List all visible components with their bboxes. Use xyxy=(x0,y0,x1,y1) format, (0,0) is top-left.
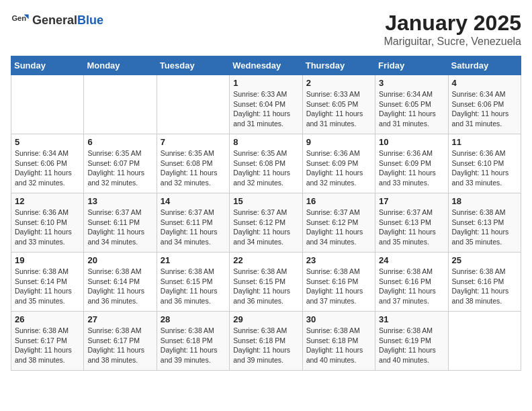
day-info: Sunrise: 6:36 AMSunset: 6:10 PMDaylight:… xyxy=(15,208,80,247)
day-number: 4 xyxy=(452,78,517,88)
day-info: Sunrise: 6:34 AMSunset: 6:05 PMDaylight:… xyxy=(379,89,444,129)
day-info: Sunrise: 6:38 AMSunset: 6:16 PMDaylight:… xyxy=(306,267,371,306)
day-info: Sunrise: 6:37 AMSunset: 6:12 PMDaylight:… xyxy=(233,208,298,247)
calendar-cell: 29Sunrise: 6:38 AMSunset: 6:18 PMDayligh… xyxy=(230,312,302,371)
calendar-cell xyxy=(11,75,84,134)
calendar-cell: 25Sunrise: 6:38 AMSunset: 6:16 PMDayligh… xyxy=(448,253,521,312)
day-info: Sunrise: 6:34 AMSunset: 6:06 PMDaylight:… xyxy=(452,89,517,129)
day-info: Sunrise: 6:37 AMSunset: 6:13 PMDaylight:… xyxy=(379,208,444,247)
calendar-cell: 7Sunrise: 6:35 AMSunset: 6:08 PMDaylight… xyxy=(157,134,229,193)
page-title: January 2025 xyxy=(384,11,521,36)
day-info: Sunrise: 6:38 AMSunset: 6:13 PMDaylight:… xyxy=(452,208,517,247)
calendar-cell: 30Sunrise: 6:38 AMSunset: 6:18 PMDayligh… xyxy=(302,312,375,371)
calendar-week-row: 19Sunrise: 6:38 AMSunset: 6:14 PMDayligh… xyxy=(11,253,521,312)
day-number: 12 xyxy=(15,196,80,206)
calendar-cell: 1Sunrise: 6:33 AMSunset: 6:04 PMDaylight… xyxy=(230,75,302,134)
calendar-cell: 31Sunrise: 6:38 AMSunset: 6:19 PMDayligh… xyxy=(375,312,448,371)
title-block: January 2025 Mariguitar, Sucre, Venezuel… xyxy=(384,11,521,48)
day-info: Sunrise: 6:38 AMSunset: 6:15 PMDaylight:… xyxy=(233,267,298,306)
calendar-cell: 18Sunrise: 6:38 AMSunset: 6:13 PMDayligh… xyxy=(448,193,521,253)
calendar-cell: 4Sunrise: 6:34 AMSunset: 6:06 PMDaylight… xyxy=(448,75,521,134)
day-info: Sunrise: 6:37 AMSunset: 6:11 PMDaylight:… xyxy=(87,208,152,247)
day-number: 23 xyxy=(306,255,371,265)
day-info: Sunrise: 6:35 AMSunset: 6:08 PMDaylight:… xyxy=(161,148,226,188)
day-info: Sunrise: 6:38 AMSunset: 6:18 PMDaylight:… xyxy=(306,326,371,365)
day-info: Sunrise: 6:38 AMSunset: 6:18 PMDaylight:… xyxy=(233,326,298,365)
day-info: Sunrise: 6:38 AMSunset: 6:17 PMDaylight:… xyxy=(15,326,80,365)
day-number: 9 xyxy=(306,137,371,147)
weekday-header-row: SundayMondayTuesdayWednesdayThursdayFrid… xyxy=(11,56,521,75)
day-number: 6 xyxy=(87,137,152,147)
logo-icon: Gen xyxy=(11,11,30,30)
day-number: 20 xyxy=(87,255,152,265)
day-info: Sunrise: 6:38 AMSunset: 6:16 PMDaylight:… xyxy=(452,267,517,306)
day-number: 29 xyxy=(233,314,298,324)
day-number: 11 xyxy=(452,137,517,147)
day-number: 25 xyxy=(452,255,517,265)
day-number: 27 xyxy=(87,314,152,324)
calendar-cell xyxy=(448,312,521,371)
day-number: 13 xyxy=(87,196,152,206)
day-number: 30 xyxy=(306,314,371,324)
calendar-week-row: 5Sunrise: 6:34 AMSunset: 6:06 PMDaylight… xyxy=(11,134,521,193)
day-number: 5 xyxy=(15,137,80,147)
day-number: 21 xyxy=(161,255,226,265)
calendar-cell: 21Sunrise: 6:38 AMSunset: 6:15 PMDayligh… xyxy=(157,253,229,312)
weekday-header-tuesday: Tuesday xyxy=(157,56,229,75)
calendar-cell: 2Sunrise: 6:33 AMSunset: 6:05 PMDaylight… xyxy=(302,75,375,134)
day-info: Sunrise: 6:36 AMSunset: 6:09 PMDaylight:… xyxy=(306,148,371,188)
day-info: Sunrise: 6:35 AMSunset: 6:08 PMDaylight:… xyxy=(233,148,298,188)
day-info: Sunrise: 6:33 AMSunset: 6:05 PMDaylight:… xyxy=(306,89,371,129)
calendar-cell: 13Sunrise: 6:37 AMSunset: 6:11 PMDayligh… xyxy=(84,193,157,253)
location-subtitle: Mariguitar, Sucre, Venezuela xyxy=(384,36,521,48)
day-number: 17 xyxy=(379,196,444,206)
logo-blue-text: Blue xyxy=(77,13,103,27)
day-info: Sunrise: 6:36 AMSunset: 6:10 PMDaylight:… xyxy=(452,148,517,188)
svg-text:Gen: Gen xyxy=(11,14,26,22)
weekday-header-wednesday: Wednesday xyxy=(230,56,302,75)
calendar-cell: 24Sunrise: 6:38 AMSunset: 6:16 PMDayligh… xyxy=(375,253,448,312)
day-info: Sunrise: 6:37 AMSunset: 6:11 PMDaylight:… xyxy=(161,208,226,247)
calendar-cell: 15Sunrise: 6:37 AMSunset: 6:12 PMDayligh… xyxy=(230,193,302,253)
day-info: Sunrise: 6:34 AMSunset: 6:06 PMDaylight:… xyxy=(15,148,80,188)
calendar-cell: 28Sunrise: 6:38 AMSunset: 6:18 PMDayligh… xyxy=(157,312,229,371)
calendar-cell: 9Sunrise: 6:36 AMSunset: 6:09 PMDaylight… xyxy=(302,134,375,193)
day-number: 15 xyxy=(233,196,298,206)
weekday-header-thursday: Thursday xyxy=(302,56,375,75)
day-number: 31 xyxy=(379,314,444,324)
calendar-table: SundayMondayTuesdayWednesdayThursdayFrid… xyxy=(11,56,521,371)
day-number: 3 xyxy=(379,78,444,88)
calendar-cell: 10Sunrise: 6:36 AMSunset: 6:09 PMDayligh… xyxy=(375,134,448,193)
weekday-header-sunday: Sunday xyxy=(11,56,84,75)
page-header: Gen GeneralBlue January 2025 Mariguitar,… xyxy=(11,11,521,48)
day-info: Sunrise: 6:38 AMSunset: 6:16 PMDaylight:… xyxy=(379,267,444,306)
day-info: Sunrise: 6:38 AMSunset: 6:19 PMDaylight:… xyxy=(379,326,444,365)
calendar-cell: 20Sunrise: 6:38 AMSunset: 6:14 PMDayligh… xyxy=(84,253,157,312)
day-number: 19 xyxy=(15,255,80,265)
day-info: Sunrise: 6:38 AMSunset: 6:18 PMDaylight:… xyxy=(161,326,226,365)
calendar-week-row: 12Sunrise: 6:36 AMSunset: 6:10 PMDayligh… xyxy=(11,193,521,253)
calendar-cell: 27Sunrise: 6:38 AMSunset: 6:17 PMDayligh… xyxy=(84,312,157,371)
calendar-cell: 17Sunrise: 6:37 AMSunset: 6:13 PMDayligh… xyxy=(375,193,448,253)
day-info: Sunrise: 6:35 AMSunset: 6:07 PMDaylight:… xyxy=(87,148,152,188)
day-number: 10 xyxy=(379,137,444,147)
day-number: 16 xyxy=(306,196,371,206)
calendar-cell: 14Sunrise: 6:37 AMSunset: 6:11 PMDayligh… xyxy=(157,193,229,253)
calendar-cell: 11Sunrise: 6:36 AMSunset: 6:10 PMDayligh… xyxy=(448,134,521,193)
day-info: Sunrise: 6:38 AMSunset: 6:15 PMDaylight:… xyxy=(161,267,226,306)
calendar-week-row: 1Sunrise: 6:33 AMSunset: 6:04 PMDaylight… xyxy=(11,75,521,134)
day-number: 26 xyxy=(15,314,80,324)
calendar-cell: 23Sunrise: 6:38 AMSunset: 6:16 PMDayligh… xyxy=(302,253,375,312)
calendar-cell: 6Sunrise: 6:35 AMSunset: 6:07 PMDaylight… xyxy=(84,134,157,193)
day-number: 1 xyxy=(233,78,298,88)
day-info: Sunrise: 6:38 AMSunset: 6:17 PMDaylight:… xyxy=(87,326,152,365)
day-info: Sunrise: 6:36 AMSunset: 6:09 PMDaylight:… xyxy=(379,148,444,188)
day-number: 22 xyxy=(233,255,298,265)
day-number: 7 xyxy=(161,137,226,147)
calendar-week-row: 26Sunrise: 6:38 AMSunset: 6:17 PMDayligh… xyxy=(11,312,521,371)
day-number: 2 xyxy=(306,78,371,88)
weekday-header-saturday: Saturday xyxy=(448,56,521,75)
calendar-cell: 8Sunrise: 6:35 AMSunset: 6:08 PMDaylight… xyxy=(230,134,302,193)
day-number: 24 xyxy=(379,255,444,265)
calendar-cell: 16Sunrise: 6:37 AMSunset: 6:12 PMDayligh… xyxy=(302,193,375,253)
